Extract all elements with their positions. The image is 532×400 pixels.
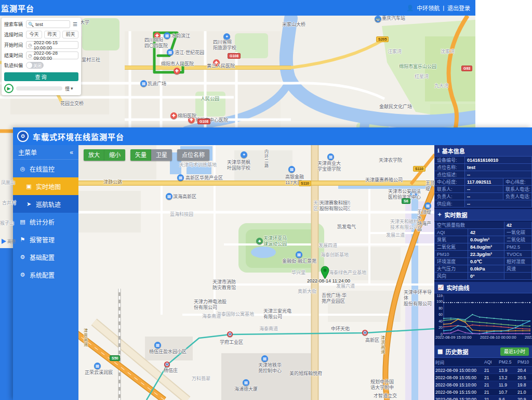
map-button[interactable]: 放大 [84, 149, 104, 161]
poi-icon: ♣ [256, 238, 263, 244]
road-badge: S50 [110, 355, 120, 361]
map-label: 绵阳市人民医院 [161, 61, 194, 67]
speed-select[interactable]: 慢 ▾ [65, 85, 78, 92]
bg-user-area: 👤 中环领航 | 退出登录 [406, 4, 470, 12]
map-label: 中环天佑 [331, 326, 350, 332]
map-label: 海泰南道 [259, 326, 278, 332]
info-cell: 负责人: [435, 193, 465, 200]
map-label: 滨海高新区 [173, 194, 196, 200]
username[interactable]: 中环领航 [417, 4, 440, 12]
poi-icon: M [227, 331, 233, 337]
sidebar-item[interactable]: ▤ 统计分析 [13, 213, 78, 230]
map-label: 规划中外国 语大学附中 [370, 379, 394, 391]
road-badge: S6 [402, 198, 410, 204]
poi-icon: ▦ [140, 80, 147, 87]
svg-text:80: 80 [438, 306, 443, 310]
poi-icon: M [164, 362, 170, 367]
correction-toggle[interactable]: 关闭 [26, 62, 44, 69]
history-row: 2022-08-09 15:15:002110.721.0 [434, 389, 532, 396]
collapse-icon[interactable]: « [70, 149, 73, 156]
day-button[interactable]: 昨天 [44, 31, 60, 38]
map-label: 涪江·世纪花园 [175, 50, 204, 56]
map-label: 海泰创新基地 [321, 252, 349, 258]
sidebar-item-icon: ◎ [19, 165, 26, 172]
realtime-cell: 0.0ug/m³ [468, 236, 504, 243]
map-graphics [78, 145, 435, 400]
basic-info-header: ℹ 基本信息 [434, 145, 532, 157]
vehicle-list-button[interactable]: ☰ [72, 21, 78, 28]
map-label: 发展六道 [336, 283, 355, 289]
sidebar-item-label: 基础配置 [30, 253, 55, 262]
sidebar-item[interactable]: ▣ 实时地图 [13, 177, 78, 195]
realtime-cell: 风向 [435, 273, 468, 280]
sidebar-item[interactable]: ⚙ 基础配置 [13, 248, 78, 266]
svg-text:100: 100 [436, 300, 443, 303]
basic-info-table: 设备编号:014161616010点位名称:test点位描述:--中心经度:11… [434, 157, 532, 208]
day-button[interactable]: 今天 [26, 31, 42, 38]
map-label: 才智道立交 [374, 393, 397, 399]
map-label: 汪家湾 [388, 49, 402, 55]
map-label: 凯发电气 [337, 224, 356, 230]
realtime-chart-svg: 020406080100119 [434, 293, 532, 336]
sidebar-item[interactable]: ⚙ 系统配置 [13, 266, 78, 283]
map-label: 高新区华苑产业区 [185, 175, 223, 181]
start-time-input[interactable]: ◷ 2022-06-15 10:00:00 [26, 41, 78, 49]
sidebar-item-label: 巡航轨迹 [36, 200, 61, 209]
poi-icon: ▦ [243, 379, 249, 386]
poi-icon: ▦ [166, 193, 172, 200]
realtime-cell: 42 [504, 222, 532, 229]
map-label: 绵阳医院 [178, 113, 196, 119]
road-badge: G108 [197, 119, 210, 124]
map-label: 华兴里 [291, 270, 305, 276]
data-panel: ℹ 基本信息 设备编号:014161616010点位名称:test点位描述:--… [434, 145, 532, 400]
logout-link[interactable]: 退出登录 [447, 4, 470, 12]
map-button[interactable]: 缩小 [104, 149, 125, 161]
realtime-cell: 84.0ug/m³ [468, 243, 504, 251]
map-label: 万科翡翠 [192, 376, 210, 382]
sidebar-item[interactable]: ◎ 在线监控 [13, 160, 78, 177]
map-label: 天津力神电池股 份有限公司 [194, 299, 227, 311]
map-canvas[interactable]: 放大缩小矢量卫星点位名称 天津马术训练基地天津华苑枫 叶国际学校内环二路高新区华… [78, 145, 435, 400]
range-button[interactable]: 最近1小时 [500, 347, 529, 356]
realtime-data-header: ✦ 实时数据 [434, 209, 532, 221]
map-label: 沈家湾 [441, 49, 455, 55]
play-button[interactable]: ▶ [4, 84, 14, 93]
end-time-value: 2022-06-28 09:00:00 [34, 50, 76, 61]
map-button[interactable]: 卫星 [151, 149, 172, 161]
history-row: 2022-08-09 15:05:002113.220.5 [434, 374, 532, 381]
query-button[interactable]: 查询 [4, 72, 78, 81]
map-zoom-controls: 放大缩小矢量卫星点位名称 [84, 149, 209, 161]
col-pm25: PM2.5 [498, 358, 516, 367]
info-cell: 负责人电话: [503, 193, 532, 200]
amap-triangle-icon [2, 239, 6, 244]
sidebar-item[interactable]: ⚑ 报警管理 [13, 230, 78, 248]
vehicle-search-value: test [35, 22, 43, 27]
map-label: 海浦德大厦 [234, 386, 258, 392]
playback-slider[interactable] [16, 86, 62, 91]
poi-icon: ▦ [154, 342, 161, 349]
info-cell: 中心纬度: [503, 178, 532, 186]
realtime-cell: 42 [468, 229, 504, 236]
svg-text:60: 60 [438, 313, 443, 316]
sidebar-item-label: 实时地图 [36, 182, 61, 191]
day-button[interactable]: 前天 [62, 31, 78, 38]
map-label: 凤凰山 [1, 180, 15, 186]
map-button[interactable]: 点位名称 [177, 149, 209, 161]
sidebar-item-icon: ⚙ [19, 254, 26, 261]
poi-icon: 🚌 [375, 16, 381, 22]
start-time-label: 开始时间 [4, 42, 26, 48]
map-label: 天津赛象科技 股份有限公司 [320, 200, 348, 212]
map-label: 天津马术训练基地 [179, 162, 217, 168]
clock-icon: ◷ [28, 53, 32, 58]
end-time-input[interactable]: ◷ 2022-06-28 09:00:00 [26, 51, 78, 59]
map-label: 古井村 [2, 200, 16, 206]
road-badge: G108 [228, 53, 241, 59]
sidebar-item[interactable]: ➤ 巡航轨迹 [13, 195, 78, 213]
clock-icon: ◷ [28, 43, 32, 48]
map-label: 天津中环半导体 股份有限公司 [404, 290, 435, 306]
map-button[interactable]: 矢量 [130, 149, 151, 161]
vehicle-search-input[interactable]: 🔍 test [26, 20, 70, 28]
chevron-down-icon: ▾ [71, 86, 73, 91]
map-label: 海泰南道 [202, 314, 221, 319]
col-aqi: AQI [483, 358, 498, 367]
